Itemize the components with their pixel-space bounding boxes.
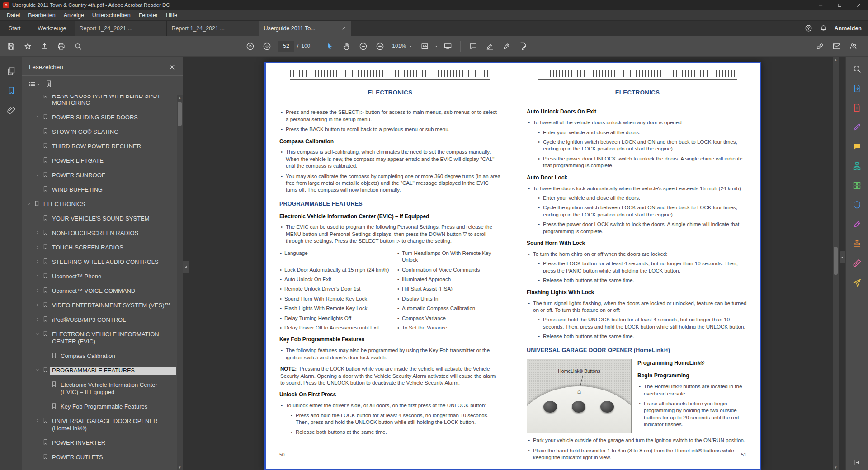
bookmark-item[interactable]: Key Fob Programmable Features	[22, 400, 177, 414]
sign-in-button[interactable]: Anmelden	[835, 25, 862, 32]
collapse-tools-handle[interactable]	[840, 251, 845, 263]
bookmark-item[interactable]: POWER LIFTGATE	[22, 154, 177, 168]
menu-fenster[interactable]: Fenster	[135, 11, 162, 20]
bookmark-item[interactable]: ELECTRONICS	[22, 197, 177, 212]
scroll-down-arrow-icon[interactable]: ▼	[833, 465, 839, 470]
chevron-right-icon[interactable]	[33, 417, 41, 423]
link-icon[interactable]	[812, 39, 827, 54]
chevron-right-icon[interactable]	[33, 244, 41, 250]
next-page-icon[interactable]	[259, 39, 274, 54]
chevron-right-icon[interactable]	[33, 273, 41, 279]
bookmark-item[interactable]: iPod®/USB/MP3 CONTROL	[22, 313, 177, 327]
bookmark-item[interactable]: Uconnect™ Phone	[22, 269, 177, 284]
minimize-button[interactable]	[811, 0, 830, 10]
fit-width-icon[interactable]	[417, 39, 432, 54]
highlight-icon[interactable]	[482, 39, 497, 54]
close-panel-icon[interactable]	[168, 63, 176, 71]
bookmark-item[interactable]: NON-TOUCH-SCREEN RADIOS	[22, 226, 177, 240]
document-tab-2[interactable]: Report 1_24_2021 ...	[167, 21, 259, 36]
search-tools-icon[interactable]	[851, 62, 863, 75]
chevron-right-icon[interactable]	[33, 113, 41, 120]
edit-pdf-icon[interactable]	[851, 121, 863, 133]
fill-sign-icon[interactable]	[516, 39, 531, 54]
zoom-in-icon[interactable]	[373, 39, 387, 54]
menu-anzeige[interactable]: Anzeige	[60, 11, 88, 20]
help-icon[interactable]	[805, 24, 812, 32]
comment-icon[interactable]	[466, 39, 481, 54]
tab-start[interactable]: Start	[0, 21, 29, 36]
bookmark-item[interactable]: WIND BUFFETING	[22, 183, 177, 197]
select-cursor-icon[interactable]	[322, 39, 337, 54]
hand-tool-icon[interactable]	[339, 39, 354, 54]
bookmark-options-icon[interactable]	[27, 79, 42, 89]
star-favorites-icon[interactable]	[20, 39, 35, 54]
chevron-right-icon[interactable]	[33, 316, 41, 322]
print-icon[interactable]	[54, 39, 69, 54]
bookmark-item[interactable]: POWER INVERTER	[22, 436, 177, 450]
bookmark-item[interactable]: THIRD ROW POWER RECLINER	[22, 139, 177, 154]
page-thumbnails-icon[interactable]	[6, 66, 16, 76]
close-button[interactable]	[849, 0, 868, 10]
comment-tool-icon[interactable]	[851, 140, 863, 153]
tab-werkzeuge[interactable]: Werkzeuge	[29, 21, 75, 36]
document-scrollbar-thumb[interactable]	[834, 247, 838, 275]
notifications-bell-icon[interactable]	[820, 24, 827, 32]
page-number-input[interactable]	[278, 41, 294, 52]
menu-bearbeiten[interactable]: Bearbeiten	[24, 11, 59, 20]
share-people-icon[interactable]	[846, 39, 861, 54]
bookmark-item[interactable]: ELECTRONIC VEHICLE INFORMATION CENTER (E…	[22, 327, 177, 349]
maximize-button[interactable]	[830, 0, 849, 10]
chevron-right-icon[interactable]	[33, 258, 41, 264]
save-icon[interactable]	[4, 39, 19, 54]
bookmark-item[interactable]: VIDEO ENTERTAINMENT SYSTEM (VES)™	[22, 298, 177, 313]
search-icon[interactable]	[71, 39, 85, 54]
organize-pages-icon[interactable]	[851, 179, 863, 192]
tab-close-icon[interactable]	[341, 26, 346, 31]
collapse-bookmarks-handle[interactable]	[183, 261, 189, 273]
bookmarks-scrollbar-thumb[interactable]	[178, 102, 182, 126]
email-icon[interactable]	[829, 39, 844, 54]
menu-datei[interactable]: Datei	[3, 11, 24, 20]
collapse-right-rail-icon[interactable]	[853, 459, 861, 466]
menu-hilfe[interactable]: Hilfe	[162, 11, 181, 20]
chevron-right-icon[interactable]	[33, 287, 41, 293]
measure-tool-icon[interactable]	[851, 257, 863, 269]
attachments-icon[interactable]	[6, 106, 16, 116]
scroll-down-arrow-icon[interactable]: ▼	[177, 465, 183, 470]
create-pdf-icon[interactable]	[851, 101, 863, 114]
document-scrollbar[interactable]: ▲ ▼	[833, 57, 839, 470]
document-tab-1[interactable]: Report 1_24_2021 ...	[75, 21, 167, 36]
zoom-dropdown-caret-icon[interactable]	[408, 44, 413, 48]
bookmark-item[interactable]: TOUCH-SCREEN RADIOS	[22, 240, 177, 255]
chevron-down-icon[interactable]	[33, 367, 41, 373]
bookmark-item[interactable]: STOW 'N GO® SEATING	[22, 125, 177, 139]
bookmark-item[interactable]: STEERING WHEEL AUDIO CONTROLS	[22, 255, 177, 269]
bookmark-item[interactable]: POWER OUTLETS	[22, 450, 177, 465]
bookmark-item[interactable]: POWER SLIDING SIDE DOORS	[22, 110, 177, 125]
export-pdf-icon[interactable]	[851, 82, 863, 94]
protect-pdf-icon[interactable]	[851, 198, 863, 211]
bookmarks-icon[interactable]	[6, 86, 16, 96]
bookmark-item[interactable]: UNIVERSAL GARAGE DOOR OPENER (HomeLink®)	[22, 414, 177, 436]
send-comments-icon[interactable]	[851, 276, 863, 289]
combine-files-icon[interactable]	[851, 160, 863, 172]
bookmark-item[interactable]: Electronic Vehicle Information Center (E…	[22, 378, 177, 400]
bookmark-item[interactable]: POWER SUNROOF	[22, 168, 177, 183]
chevron-right-icon[interactable]	[33, 229, 41, 235]
stamp-tool-icon[interactable]	[851, 237, 863, 250]
expand-current-bookmark-icon[interactable]	[43, 79, 54, 89]
scroll-up-arrow-icon[interactable]: ▲	[177, 95, 183, 101]
menu-unterschreiben[interactable]: Unterschreiben	[88, 11, 135, 20]
bookmark-item[interactable]: Uconnect™ VOICE COMMAND	[22, 284, 177, 298]
share-upload-icon[interactable]	[37, 39, 52, 54]
bookmark-item[interactable]: REAR CROSS PATH WITH BLIND SPOT MONITORI…	[22, 95, 177, 110]
reading-mode-icon[interactable]	[440, 39, 455, 54]
chevron-right-icon[interactable]	[33, 301, 41, 308]
sign-certificate-icon[interactable]	[499, 39, 514, 54]
zoom-out-icon[interactable]	[356, 39, 371, 54]
fit-width-caret-icon[interactable]	[434, 44, 439, 48]
bookmark-item[interactable]: PROGRAMMABLE FEATURES	[22, 363, 177, 378]
chevron-down-icon[interactable]	[25, 200, 33, 207]
bookmarks-scrollbar[interactable]: ▲ ▼	[177, 95, 183, 470]
document-tab-3[interactable]: Userguide 2011 To...	[259, 21, 351, 36]
